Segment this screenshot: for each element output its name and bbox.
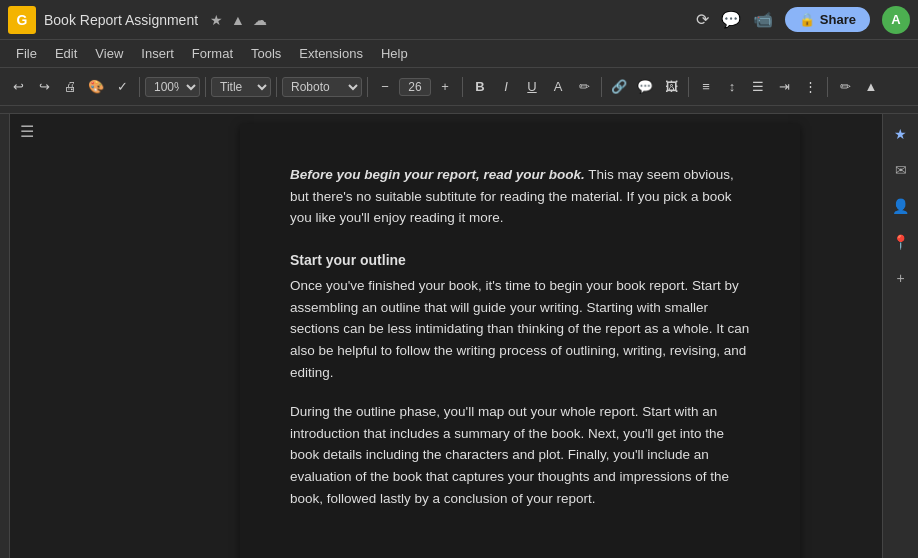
toolbar-separator-4 — [367, 77, 368, 97]
document-page: Before you begin your report, read your … — [240, 124, 800, 558]
toolbar-separator-3 — [276, 77, 277, 97]
image-button[interactable]: 🖼 — [659, 75, 683, 99]
increase-font-button[interactable]: + — [433, 75, 457, 99]
sidebar-notes-icon[interactable]: ★ — [889, 122, 913, 146]
menu-bar: File Edit View Insert Format Tools Exten… — [0, 40, 918, 68]
zoom-select[interactable]: 100% 75% 125% 150% — [145, 77, 200, 97]
title-icons: ★ ▲ ☁ — [210, 12, 267, 28]
toolbar-separator-2 — [205, 77, 206, 97]
share-button[interactable]: 🔒 Share — [785, 7, 870, 32]
menu-format[interactable]: Format — [184, 44, 241, 63]
section1-title: Start your outline — [290, 249, 750, 271]
pen-button[interactable]: ✏ — [833, 75, 857, 99]
menu-view[interactable]: View — [87, 44, 131, 63]
align-button[interactable]: ≡ — [694, 75, 718, 99]
menu-extensions[interactable]: Extensions — [291, 44, 371, 63]
outline-icon[interactable]: ☰ — [20, 122, 34, 141]
left-panel: ☰ — [10, 114, 158, 558]
title-bar: G Book Report Assignment ★ ▲ ☁ ⟳ 💬 📹 🔒 S… — [0, 0, 918, 40]
sidebar-maps-icon[interactable]: 📍 — [889, 230, 913, 254]
linespace-button[interactable]: ↕ — [720, 75, 744, 99]
color-button[interactable]: A — [546, 75, 570, 99]
share-label: Share — [820, 12, 856, 27]
right-sidebar: ★ ✉ 👤 📍 + — [882, 114, 918, 558]
menu-tools[interactable]: Tools — [243, 44, 289, 63]
document-title[interactable]: Book Report Assignment — [44, 12, 198, 28]
font-select[interactable]: Roboto Arial Times New Roman — [282, 77, 362, 97]
toolbar-separator-1 — [139, 77, 140, 97]
toolbar-separator-6 — [601, 77, 602, 97]
font-size-input[interactable] — [399, 78, 431, 96]
style-select[interactable]: Title Normal Heading 1 — [211, 77, 271, 97]
spell-check-button[interactable]: ✓ — [110, 75, 134, 99]
star-icon[interactable]: ★ — [210, 12, 223, 28]
chat-icon[interactable]: 💬 — [721, 10, 741, 29]
vertical-ruler — [0, 114, 10, 558]
cloud-icon[interactable]: ☁ — [253, 12, 267, 28]
indent-button[interactable]: ⇥ — [772, 75, 796, 99]
menu-edit[interactable]: Edit — [47, 44, 85, 63]
expand-button[interactable]: ▲ — [859, 75, 883, 99]
ruler-bar — [0, 106, 918, 114]
section2-paragraph: During the outline phase, you'll map out… — [290, 401, 750, 509]
app-icon: G — [8, 6, 36, 34]
comment-button[interactable]: 💬 — [633, 75, 657, 99]
bold-button[interactable]: B — [468, 75, 492, 99]
main-area: ☰ Before you begin your report, read you… — [0, 114, 918, 558]
toolbar-separator-5 — [462, 77, 463, 97]
link-button[interactable]: 🔗 — [607, 75, 631, 99]
highlight-button[interactable]: ✏ — [572, 75, 596, 99]
intro-bold-italic: Before you begin your report, read your … — [290, 167, 585, 182]
section1-paragraph: Once you've finished your book, it's tim… — [290, 275, 750, 383]
lock-icon: 🔒 — [799, 12, 815, 27]
paint-format-button[interactable]: 🎨 — [84, 75, 108, 99]
underline-button[interactable]: U — [520, 75, 544, 99]
italic-button[interactable]: I — [494, 75, 518, 99]
sidebar-contacts-icon[interactable]: 👤 — [889, 194, 913, 218]
menu-insert[interactable]: Insert — [133, 44, 182, 63]
menu-file[interactable]: File — [8, 44, 45, 63]
toolbar: ↩ ↪ 🖨 🎨 ✓ 100% 75% 125% 150% Title Norma… — [0, 68, 918, 106]
meet-icon[interactable]: 📹 — [753, 10, 773, 29]
toolbar-separator-8 — [827, 77, 828, 97]
more-button[interactable]: ⋮ — [798, 75, 822, 99]
title-right: ⟳ 💬 📹 🔒 Share A — [696, 6, 910, 34]
drive-icon[interactable]: ▲ — [231, 12, 245, 28]
intro-paragraph: Before you begin your report, read your … — [290, 164, 750, 229]
document-area[interactable]: Before you begin your report, read your … — [158, 114, 882, 558]
undo-button[interactable]: ↩ — [6, 75, 30, 99]
decrease-font-button[interactable]: − — [373, 75, 397, 99]
history-icon[interactable]: ⟳ — [696, 10, 709, 29]
toolbar-separator-7 — [688, 77, 689, 97]
sidebar-mail-icon[interactable]: ✉ — [889, 158, 913, 182]
redo-button[interactable]: ↪ — [32, 75, 56, 99]
list-button[interactable]: ☰ — [746, 75, 770, 99]
menu-help[interactable]: Help — [373, 44, 416, 63]
print-button[interactable]: 🖨 — [58, 75, 82, 99]
sidebar-add-icon[interactable]: + — [889, 266, 913, 290]
avatar[interactable]: A — [882, 6, 910, 34]
